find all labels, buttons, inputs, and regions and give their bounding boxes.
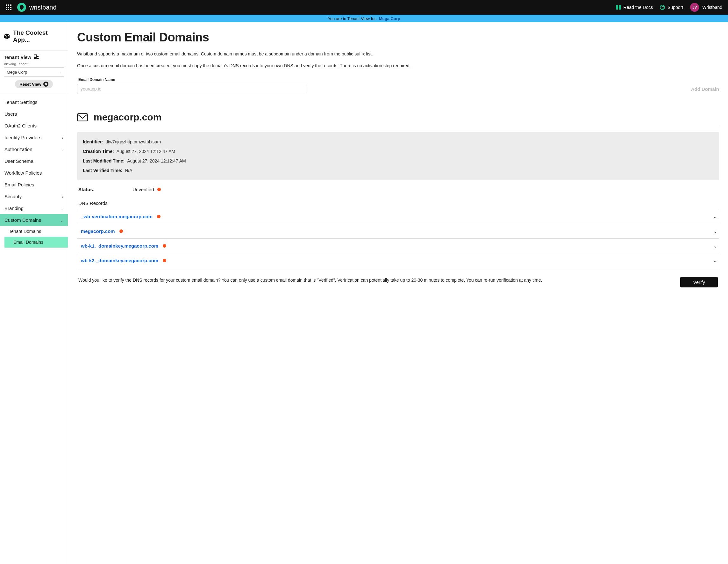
sidebar-nav: Tenant Settings Users OAuth2 Clients Ide… (0, 93, 68, 247)
sidebar-item-oauth2-clients[interactable]: OAuth2 Clients (0, 120, 68, 132)
info-value: August 27, 2024 12:12:47 AM (117, 149, 175, 154)
tenant-select-value: Mega Corp (7, 70, 27, 75)
sidebar-item-label: Email Policies (4, 182, 34, 187)
envelope-icon (77, 113, 88, 121)
sidebar-item-workflow-policies[interactable]: Workflow Policies (0, 167, 68, 179)
chevron-down-icon: ⌄ (58, 70, 61, 74)
top-tenant-name: Wristband (702, 5, 722, 10)
sidebar-item-label: Tenant Settings (4, 99, 37, 105)
page-title: Custom Email Domains (77, 31, 719, 44)
avatar-initials: JV (692, 5, 697, 10)
tenant-select[interactable]: Mega Corp ⌄ (4, 67, 64, 77)
chevron-right-icon: › (62, 135, 63, 140)
add-domain-label: Add Domain (691, 86, 719, 92)
email-domain-field-label: Email Domain Name (78, 77, 719, 82)
read-the-docs-link[interactable]: Read the Docs (616, 5, 653, 10)
verify-button-label: Verify (693, 279, 705, 285)
info-value: tltw7njgczhjtptomzwtt4xsam (106, 139, 161, 144)
status-value: Unverified (132, 187, 154, 192)
sidebar-subitem-tenant-domains[interactable]: Tenant Domains (0, 226, 68, 237)
sidebar-item-authorization[interactable]: Authorization › (0, 143, 68, 155)
svg-rect-2 (35, 55, 36, 56)
chevron-down-icon: ⌄ (713, 229, 717, 234)
cube-icon (4, 33, 10, 39)
dns-record-name: wb-k1._domainkey.megacorp.com (81, 243, 158, 248)
docs-label: Read the Docs (624, 5, 653, 10)
status-dot-icon (163, 259, 166, 262)
support-link[interactable]: Support (660, 5, 683, 10)
book-icon (616, 5, 621, 10)
svg-rect-3 (34, 56, 35, 57)
verify-row: Would you like to verify the DNS records… (77, 277, 719, 288)
info-row-verified: Last Verified Time: N/A (83, 166, 713, 175)
sidebar-item-label: Branding (4, 205, 24, 211)
brand-logo-icon (17, 3, 26, 12)
chevron-right-icon: › (62, 206, 63, 210)
dns-record-row[interactable]: wb-k1._domainkey.megacorp.com ⌄ (77, 239, 719, 253)
sidebar-item-security[interactable]: Security › (0, 190, 68, 202)
dns-record-row[interactable]: wb-k2._domainkey.megacorp.com ⌄ (77, 253, 719, 268)
banner-tenant-name: Mega Corp (379, 16, 400, 21)
support-label: Support (667, 5, 683, 10)
sidebar-item-identity-providers[interactable]: Identity Providers › (0, 132, 68, 143)
tenant-view-label: Tenant View (4, 54, 31, 60)
svg-rect-4 (35, 56, 36, 57)
sidebar-item-label: Custom Domains (4, 217, 41, 223)
verify-button[interactable]: Verify (680, 277, 718, 288)
close-circle-icon: ✕ (43, 82, 48, 87)
viewing-tenant-label: Viewing Tenant: (0, 61, 68, 67)
brand-text: wristband (29, 4, 57, 11)
sidebar-item-label: Authorization (4, 146, 32, 152)
sidebar-item-label: User Schema (4, 158, 33, 164)
dns-record-row[interactable]: _wb-verification.megacorp.com ⌄ (77, 209, 719, 224)
sidebar-item-label: Users (4, 111, 17, 117)
headset-icon (660, 5, 665, 10)
info-key: Creation Time: (83, 149, 114, 154)
sidebar-item-custom-domains[interactable]: Custom Domains ⌄ (0, 214, 68, 226)
avatar[interactable]: JV (690, 3, 699, 12)
info-value: August 27, 2024 12:12:47 AM (127, 158, 186, 163)
chevron-down-icon: ⌄ (713, 258, 717, 263)
email-domain-input[interactable] (77, 84, 306, 94)
tenant-view-banner: You are in Tenant View for: Mega Corp (0, 15, 728, 22)
apps-grid-icon[interactable] (6, 4, 11, 10)
status-label: Status: (78, 187, 132, 192)
add-domain-button[interactable]: Add Domain (691, 86, 719, 92)
chevron-right-icon: › (62, 147, 63, 152)
info-row-identifier: Identifier: tltw7njgczhjtptomzwtt4xsam (83, 137, 713, 146)
dns-record-name: megacorp.com (81, 228, 115, 234)
sidebar-item-user-schema[interactable]: User Schema (0, 155, 68, 167)
status-dot-icon (157, 215, 161, 218)
sidebar-item-label: OAuth2 Clients (4, 123, 37, 128)
info-value: N/A (125, 168, 132, 173)
app-name: The Coolest App... (13, 29, 63, 43)
reset-view-label: Reset View (19, 82, 41, 87)
sidebar-item-label: Identity Providers (4, 135, 41, 140)
chevron-down-icon: ⌄ (713, 243, 717, 248)
info-key: Last Modified Time: (83, 158, 125, 163)
building-user-icon (34, 54, 39, 60)
reset-view-button[interactable]: Reset View ✕ (15, 80, 53, 88)
dns-record-name: _wb-verification.megacorp.com (81, 214, 153, 219)
app-header[interactable]: The Coolest App... (0, 22, 68, 51)
svg-rect-0 (34, 54, 37, 59)
brand[interactable]: wristband (17, 3, 57, 12)
sidebar-item-users[interactable]: Users (0, 108, 68, 120)
chevron-right-icon: › (62, 194, 63, 199)
sidebar-item-label: Workflow Policies (4, 170, 42, 175)
sidebar-item-tenant-settings[interactable]: Tenant Settings (0, 96, 68, 108)
info-key: Identifier: (83, 139, 103, 144)
sidebar-item-branding[interactable]: Branding › (0, 202, 68, 214)
domain-info-box: Identifier: tltw7njgczhjtptomzwtt4xsam C… (77, 132, 719, 180)
status-row: Status: Unverified (77, 180, 719, 195)
main-content: Custom Email Domains Wristband supports … (68, 22, 728, 564)
domain-name: megacorp.com (94, 112, 161, 123)
sidebar-item-email-policies[interactable]: Email Policies (0, 179, 68, 190)
chevron-down-icon: ⌄ (713, 214, 717, 219)
tenant-view-heading: Tenant View (0, 51, 68, 61)
dns-record-row[interactable]: megacorp.com ⌄ (77, 224, 719, 239)
status-dot-icon (119, 229, 123, 233)
verify-description: Would you like to verify the DNS records… (78, 277, 673, 284)
sidebar-subitem-email-domains[interactable]: Email Domains (4, 237, 68, 247)
sidebar-subitem-label: Tenant Domains (9, 229, 41, 234)
